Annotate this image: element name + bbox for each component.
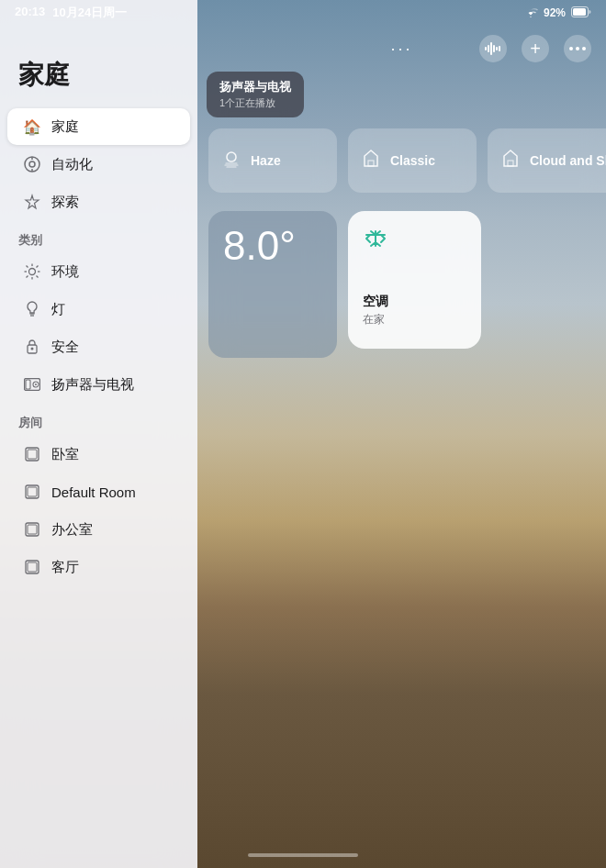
svg-rect-32	[485, 47, 487, 50]
sidebar-item-environment[interactable]: 环境	[7, 253, 190, 290]
sidebar-item-bedroom[interactable]: 卧室	[7, 436, 190, 473]
svg-point-38	[569, 47, 573, 50]
scene-haze-label: Haze	[251, 153, 281, 168]
security-icon	[22, 337, 42, 357]
svg-point-19	[31, 348, 34, 351]
sidebar-item-living-room[interactable]: 客厅	[7, 549, 190, 585]
temperature-value: 8.0°	[223, 226, 322, 266]
sidebar-item-lights-label: 灯	[51, 301, 65, 318]
living-room-icon	[22, 557, 42, 577]
battery-icon	[571, 6, 591, 20]
svg-rect-25	[28, 450, 37, 459]
toolbar: ··· +	[197, 26, 606, 72]
scene-cloudsky-label: Cloud and Sky	[530, 153, 606, 168]
battery-percentage: 92%	[544, 6, 566, 19]
office-icon	[22, 519, 42, 540]
svg-line-15	[27, 276, 28, 278]
content-area: 8.0° 空调 在家	[197, 211, 606, 868]
sidebar-item-explore[interactable]: 探索	[7, 184, 190, 220]
svg-line-14	[37, 266, 39, 268]
ac-status: 在家	[363, 312, 466, 328]
environment-icon	[22, 262, 42, 282]
svg-marker-6	[26, 195, 39, 208]
automation-icon	[22, 154, 42, 174]
status-date: 10月24日周一	[52, 5, 127, 21]
svg-point-23	[35, 384, 37, 385]
ac-label: 空调	[363, 294, 466, 310]
ac-icon	[363, 226, 466, 257]
speaker-banner[interactable]: 扬声器与电视 1个正在播放	[207, 72, 304, 117]
scene-haze-icon	[221, 149, 241, 173]
temperature-card[interactable]: 8.0°	[208, 211, 337, 358]
more-button[interactable]	[564, 35, 591, 62]
svg-rect-31	[28, 562, 37, 572]
sidebar-item-default-room[interactable]: Default Room	[7, 473, 190, 510]
sidebar-item-lights[interactable]: 灯	[7, 291, 190, 328]
svg-rect-1	[573, 8, 586, 16]
scroll-indicator	[248, 853, 358, 857]
status-indicators: 92%	[523, 6, 591, 20]
sidebar-item-speakers-label: 扬声器与电视	[51, 376, 134, 394]
ac-card[interactable]: 空调 在家	[348, 211, 481, 349]
sidebar-item-office[interactable]: 办公室	[7, 511, 190, 548]
svg-point-39	[576, 47, 579, 50]
svg-line-12	[27, 266, 28, 268]
add-icon: +	[530, 39, 541, 60]
sidebar-item-security[interactable]: 安全	[7, 328, 190, 365]
sidebar-title: 家庭	[0, 50, 197, 107]
svg-rect-41	[368, 161, 374, 166]
home-icon: 🏠	[22, 117, 42, 137]
sidebar-item-explore-label: 探索	[51, 194, 79, 211]
add-button[interactable]: +	[522, 35, 549, 62]
speaker-banner-title: 扬声器与电视	[219, 79, 291, 95]
scene-cloudsky-icon	[500, 149, 521, 173]
svg-rect-37	[499, 46, 500, 51]
categories-section-title: 类别	[0, 221, 197, 252]
scene-classic-label: Classic	[390, 153, 435, 168]
rooms-section-title: 房间	[0, 404, 197, 435]
status-bar: 20:13 10月24日周一 92%	[0, 0, 606, 26]
sidebar-item-living-room-label: 客厅	[51, 559, 79, 576]
svg-line-13	[37, 276, 39, 278]
default-room-icon	[22, 482, 42, 502]
sidebar-item-automation[interactable]: 自动化	[7, 146, 190, 183]
scenes-row: Haze Classic Cloud and Sky	[197, 128, 606, 202]
svg-point-40	[582, 47, 586, 50]
lights-icon	[22, 299, 42, 319]
sidebar-item-home[interactable]: 🏠 家庭	[7, 108, 190, 145]
sidebar-item-home-label: 家庭	[51, 118, 79, 136]
speakers-icon	[22, 374, 42, 395]
sidebar-item-bedroom-label: 卧室	[51, 446, 79, 463]
sidebar: 家庭 🏠 家庭 自动化 探索 类别	[0, 0, 197, 868]
sidebar-item-speakers[interactable]: 扬声器与电视	[7, 366, 190, 403]
status-time-date: 20:13 10月24日周一	[15, 5, 127, 21]
svg-rect-27	[28, 487, 37, 496]
scene-card-classic[interactable]: Classic	[348, 128, 477, 193]
svg-point-7	[29, 269, 36, 275]
bedroom-icon	[22, 444, 42, 464]
toolbar-dots: ···	[390, 39, 412, 59]
wifi-icon	[523, 6, 538, 20]
sidebar-item-environment-label: 环境	[51, 263, 79, 281]
svg-rect-42	[508, 161, 513, 166]
status-time: 20:13	[15, 5, 45, 21]
svg-rect-34	[490, 42, 492, 55]
svg-rect-35	[493, 45, 495, 52]
svg-rect-21	[26, 380, 30, 389]
svg-point-3	[29, 161, 35, 167]
svg-rect-33	[488, 45, 489, 52]
svg-rect-36	[496, 47, 498, 50]
speaker-banner-subtitle: 1个正在播放	[219, 96, 291, 110]
waveform-button[interactable]	[479, 35, 507, 62]
scene-classic-icon	[361, 149, 381, 173]
sidebar-item-security-label: 安全	[51, 339, 79, 356]
scene-card-haze[interactable]: Haze	[208, 128, 337, 193]
svg-rect-29	[28, 525, 37, 534]
scene-card-cloudsky[interactable]: Cloud and Sky	[488, 128, 606, 193]
sidebar-item-office-label: 办公室	[51, 521, 93, 539]
explore-icon	[22, 192, 42, 212]
sidebar-item-default-room-label: Default Room	[51, 484, 136, 500]
sidebar-item-automation-label: 自动化	[51, 156, 93, 173]
toolbar-right-buttons: +	[479, 35, 591, 62]
